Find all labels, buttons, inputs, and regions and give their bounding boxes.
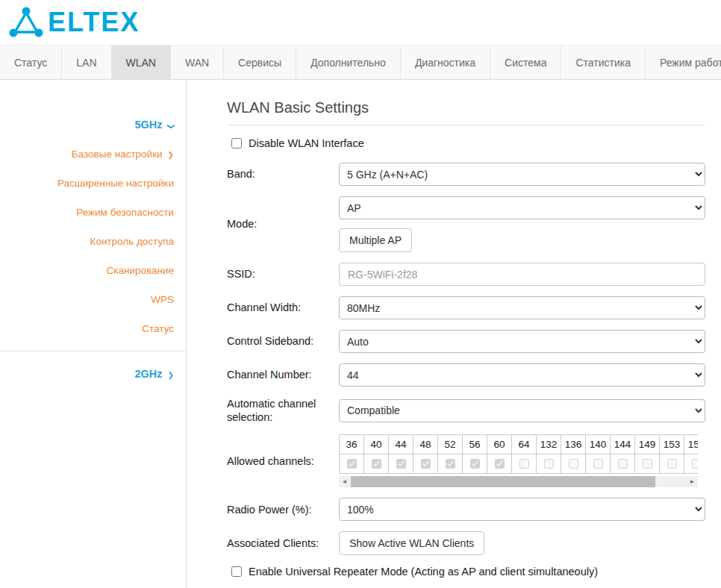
sidebar-section-2ghz[interactable]: 2GHz❯ [0,359,186,389]
scrollbar-thumb[interactable] [351,476,655,487]
band-row: Band: 5 GHz (A+N+AC) [227,163,705,186]
nav-tab-режим-работы[interactable]: Режим работы [646,46,721,79]
channel-number-cell: 44 [388,434,413,454]
radio-power-select[interactable]: 100% [339,498,705,521]
sidebar-item[interactable]: Расширенные настройки [0,169,186,198]
channel-width-row: Channel Width: 80MHz [227,296,705,319]
scroll-right-arrow-icon[interactable]: ► [687,476,698,487]
sidebar-section-5ghz[interactable]: 5GHz❯ [0,110,186,140]
mode-select[interactable]: AP [339,196,705,219]
channel-col-144: 144 [610,434,634,474]
control-sideband-label: Control Sideband: [227,334,339,348]
scroll-left-arrow-icon[interactable]: ◄ [339,476,350,487]
nav-tab-статистика[interactable]: Статистика [561,46,646,79]
channel-checkbox-cell [462,454,487,474]
channel-col-44: 44 [388,434,413,474]
allowed-channels-scrollbar: ◄ ► [339,476,698,487]
channel-width-select[interactable]: 80MHz [339,296,705,319]
channel-checkbox-cell [634,454,660,474]
channel-checkbox [347,459,357,469]
band-select[interactable]: 5 GHz (A+N+AC) [339,163,705,186]
channel-width-label: Channel Width: [227,301,339,314]
channel-number-cell: 132 [536,434,561,454]
channel-col-40: 40 [363,434,388,474]
channel-checkbox-cell [413,454,438,474]
channel-checkbox [544,459,554,469]
channel-checkbox-cell [610,454,635,474]
channel-checkbox [470,459,480,469]
disable-wlan-checkbox[interactable] [231,138,242,148]
channel-checkbox [396,459,406,469]
sidebar-item[interactable]: Сканирование [0,256,186,285]
nav-tab-дополнительно[interactable]: Дополнительно [296,46,401,79]
channel-checkbox [593,459,603,469]
channel-checkbox [643,459,652,469]
channel-checkbox-cell [659,454,684,474]
channel-col-60: 60 [487,434,511,474]
radio-power-row: Radio Power (%): 100% [227,498,705,521]
channel-col-132: 132 [536,434,561,474]
channel-checkbox [692,459,699,469]
associated-clients-label: Associated Clients: [227,537,339,550]
channel-number-cell: 140 [585,434,611,454]
channel-checkbox [667,459,677,469]
channel-checkbox-cell [388,454,413,474]
nav-tab-статус[interactable]: Статус [0,46,62,79]
ssid-input[interactable] [339,263,705,286]
channel-number-cell: 36 [339,434,364,454]
channel-number-cell: 144 [610,434,635,454]
radio-power-label: Radio Power (%): [227,503,339,516]
channel-checkbox [372,459,381,469]
sidebar: 5GHz❯Базовые настройки❯Расширенные настр… [0,80,187,588]
nav-tab-lan[interactable]: LAN [62,46,111,79]
sidebar-item[interactable]: Контроль доступа [0,227,186,256]
nav-tab-сервисы[interactable]: Сервисы [224,46,296,79]
nav-tab-диагностика[interactable]: Диагностика [401,46,490,79]
page-title: WLAN Basic Settings [227,99,705,125]
channel-number-cell: 56 [462,434,487,454]
channel-checkbox-cell [561,454,586,474]
channel-checkbox-cell [585,454,611,474]
nav-tab-система[interactable]: Система [490,46,561,79]
repeater-row: Enable Universal Repeater Mode (Acting a… [231,566,705,578]
allowed-channels-viewport: 3640444852566064132136140144149153157 [339,434,698,474]
channel-checkbox-cell [339,454,364,474]
sidebar-item[interactable]: WPS [0,285,186,314]
control-sideband-select[interactable]: Auto [339,330,705,353]
channel-checkbox-cell [437,454,463,474]
ssid-row: SSID: [227,263,705,286]
channel-col-149: 149 [634,434,659,474]
main-nav: СтатусLANWLANWANСервисыДополнительноДиаг… [0,45,721,80]
show-active-clients-button[interactable]: Show Active WLAN Clients [339,531,484,555]
nav-tab-wan[interactable]: WAN [171,46,224,79]
repeater-checkbox[interactable] [231,566,242,577]
channel-number-cell: 64 [511,434,537,454]
auto-channel-row: Automatic channel selection: Compatible [227,397,705,424]
channel-col-64: 64 [511,434,536,474]
channel-checkbox [421,459,431,469]
sidebar-divider [0,351,186,351]
nav-tab-wlan[interactable]: WLAN [112,46,171,79]
channel-checkbox [446,459,455,469]
channel-col-56: 56 [462,434,487,474]
channel-col-48: 48 [413,434,437,474]
channel-number-select[interactable]: 44 [339,363,705,387]
sidebar-item[interactable]: Статус [0,314,186,343]
sidebar-item[interactable]: Режим безопасности [0,198,186,227]
channel-col-136: 136 [561,434,585,474]
associated-clients-row: Associated Clients: Show Active WLAN Cli… [227,531,705,555]
mode-label: Mode: [227,217,339,231]
allowed-channels-label: Allowed channels: [227,454,339,468]
channel-col-52: 52 [437,434,462,474]
main-content: WLAN Basic Settings Disable WLAN Interfa… [187,80,721,588]
sidebar-item[interactable]: Базовые настройки❯ [0,140,186,169]
channel-checkbox-cell [487,454,512,474]
auto-channel-select[interactable]: Compatible [339,399,705,422]
channel-checkbox-cell [536,454,561,474]
multiple-ap-button[interactable]: Multiple AP [339,228,412,252]
channel-number-row: Channel Number: 44 [227,363,705,387]
channel-col-36: 36 [339,434,363,474]
channel-col-140: 140 [585,434,610,474]
channel-checkbox [519,459,529,469]
control-sideband-row: Control Sideband: Auto [227,330,705,353]
